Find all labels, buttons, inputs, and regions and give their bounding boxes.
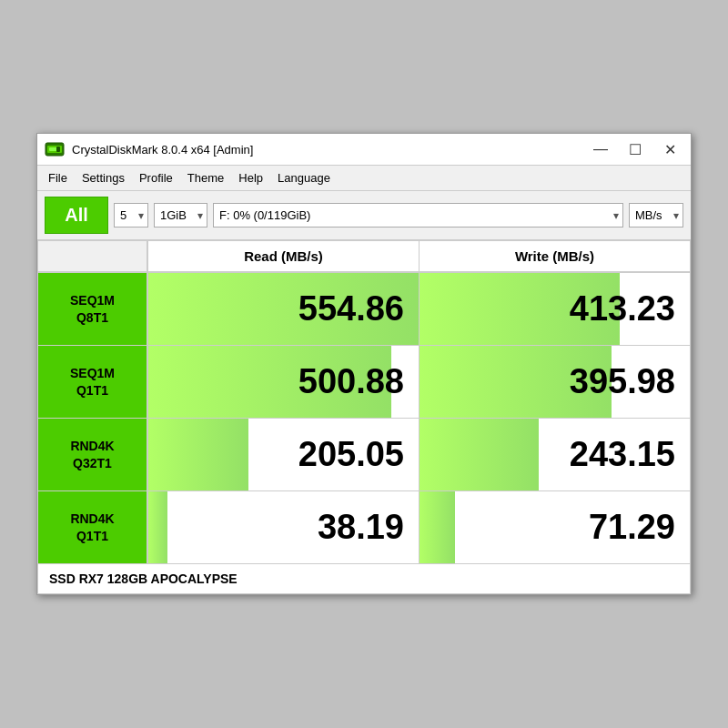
table-row: SEQ1M Q8T1 554.86 413.23 xyxy=(38,272,690,345)
unit-select[interactable]: MB/s xyxy=(629,203,683,228)
write-value-rnd4k-q32t1: 243.15 xyxy=(419,419,690,490)
menu-file[interactable]: File xyxy=(41,167,75,188)
disk-icon xyxy=(45,139,65,159)
read-value-text: 554.86 xyxy=(298,289,404,329)
menu-bar: File Settings Profile Theme Help Languag… xyxy=(37,166,691,191)
title-bar: CrystalDiskMark 8.0.4 x64 [Admin] — ☐ ✕ xyxy=(37,134,691,166)
minimize-button[interactable]: — xyxy=(587,139,614,159)
close-button[interactable]: ✕ xyxy=(656,139,683,159)
window-title: CrystalDiskMark 8.0.4 x64 [Admin] xyxy=(72,143,587,157)
write-value-seq1m-q8t1: 413.23 xyxy=(419,273,690,345)
unit-select-wrapper: MB/s xyxy=(629,203,683,228)
drive-select-wrapper: F: 0% (0/119GiB) xyxy=(213,203,623,228)
drive-select[interactable]: F: 0% (0/119GiB) xyxy=(213,203,623,228)
toolbar: All 5 1GiB F: 0% (0/119GiB) MB/s xyxy=(37,191,691,240)
size-select-wrapper: 1GiB xyxy=(154,203,207,228)
maximize-button[interactable]: ☐ xyxy=(622,139,649,159)
read-value-seq1m-q8t1: 554.86 xyxy=(147,273,419,345)
results-area: Read (MB/s) Write (MB/s) SEQ1M Q8T1 554.… xyxy=(37,240,691,594)
write-value-text: 71.29 xyxy=(589,508,675,547)
read-value-text: 205.05 xyxy=(298,435,404,474)
read-value-text: 38.19 xyxy=(318,508,404,547)
read-value-rnd4k-q32t1: 205.05 xyxy=(147,419,419,490)
write-value-text: 413.23 xyxy=(570,289,675,329)
footer-drive-name: SSD RX7 128GB APOCALYPSE xyxy=(38,563,690,593)
read-header: Read (MB/s) xyxy=(147,241,419,271)
write-value-seq1m-q1t1: 395.98 xyxy=(419,346,690,418)
results-header: Read (MB/s) Write (MB/s) xyxy=(38,241,690,272)
menu-help[interactable]: Help xyxy=(231,167,270,188)
row-label-rnd4k-q32t1: RND4K Q32T1 xyxy=(38,419,147,490)
row-label-seq1m-q1t1: SEQ1M Q1T1 xyxy=(38,346,147,418)
table-row: SEQ1M Q1T1 500.88 395.98 xyxy=(38,345,690,418)
table-row: RND4K Q1T1 38.19 71.29 xyxy=(38,490,690,563)
write-value-text: 395.98 xyxy=(570,362,675,401)
menu-settings[interactable]: Settings xyxy=(75,167,132,188)
main-window: CrystalDiskMark 8.0.4 x64 [Admin] — ☐ ✕ … xyxy=(36,133,692,595)
row-label-seq1m-q8t1: SEQ1M Q8T1 xyxy=(38,273,147,345)
window-controls: — ☐ ✕ xyxy=(587,139,683,159)
svg-rect-3 xyxy=(56,147,60,152)
size-select[interactable]: 1GiB xyxy=(154,203,207,228)
read-value-text: 500.88 xyxy=(298,362,404,401)
loops-select-wrapper: 5 xyxy=(114,203,148,228)
menu-theme[interactable]: Theme xyxy=(180,167,231,188)
read-value-rnd4k-q1t1: 38.19 xyxy=(147,491,419,563)
write-header: Write (MB/s) xyxy=(419,241,690,271)
loops-select[interactable]: 5 xyxy=(114,203,148,228)
menu-language[interactable]: Language xyxy=(270,167,338,188)
write-value-rnd4k-q1t1: 71.29 xyxy=(419,491,690,563)
run-all-button[interactable]: All xyxy=(45,197,108,234)
row-label-rnd4k-q1t1: RND4K Q1T1 xyxy=(38,491,147,563)
menu-profile[interactable]: Profile xyxy=(132,167,180,188)
write-value-text: 243.15 xyxy=(570,435,675,474)
read-value-seq1m-q1t1: 500.88 xyxy=(147,346,419,418)
table-row: RND4K Q32T1 205.05 243.15 xyxy=(38,418,690,490)
